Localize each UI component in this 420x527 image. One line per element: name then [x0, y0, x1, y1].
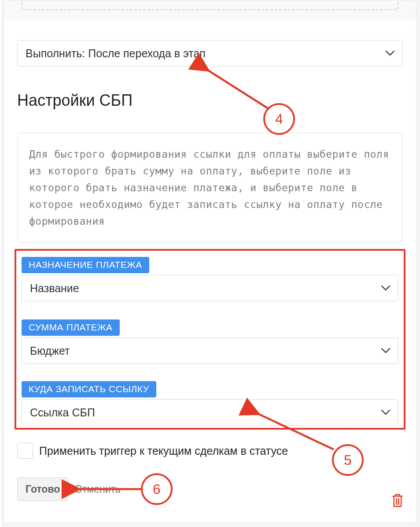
execute-when-select[interactable]: Выполнить: После перехода в этап [17, 40, 403, 67]
callout-4: 4 [263, 103, 295, 135]
target-value: Ссылка СБП [30, 406, 95, 419]
purpose-select[interactable]: Название [22, 275, 398, 301]
apply-trigger-row[interactable]: Применить триггер к текущим сделкам в ст… [17, 443, 288, 459]
drop-placeholder [22, 0, 398, 10]
apply-trigger-checkbox[interactable] [17, 443, 33, 459]
amount-value: Бюджет [30, 345, 70, 357]
amount-badge: СУММА ПЛАТЕЖА [22, 319, 120, 336]
help-text: Для быстрого формирования ссылки для опл… [29, 148, 389, 227]
chevron-down-icon [386, 51, 394, 56]
done-label: Готово [26, 483, 60, 495]
callout-6: 6 [141, 473, 173, 505]
callout-5: 5 [332, 444, 364, 476]
callout-box-5: НАЗНАЧЕНИЕ ПЛАТЕЖА Название СУММА ПЛАТЕЖ… [15, 249, 405, 430]
help-text-box: Для быстрого формирования ссылки для опл… [17, 133, 403, 243]
purpose-value: Название [30, 282, 79, 295]
chevron-down-icon [381, 286, 390, 291]
cancel-label: Отменить [74, 483, 121, 495]
callout-6-label: 6 [153, 481, 161, 497]
chevron-down-icon [381, 410, 390, 415]
settings-panel: Выполнить: После перехода в этап Настрой… [4, 0, 416, 523]
callout-5-label: 5 [344, 452, 352, 468]
amount-select[interactable]: Бюджет [22, 338, 398, 364]
cancel-button[interactable]: Отменить [74, 477, 121, 501]
execute-when-label: Выполнить: После перехода в этап [26, 47, 206, 60]
purpose-badge: НАЗНАЧЕНИЕ ПЛАТЕЖА [22, 257, 149, 273]
apply-trigger-label: Применить триггер к текущим сделкам в ст… [39, 445, 288, 457]
chevron-down-icon [381, 348, 390, 353]
section-title: Настройки СБП [17, 91, 133, 110]
target-select[interactable]: Ссылка СБП [22, 399, 398, 426]
callout-4-label: 4 [275, 111, 283, 127]
done-button[interactable]: Готово [17, 477, 68, 501]
trash-icon[interactable] [391, 493, 404, 507]
target-badge: КУДА ЗАПИСАТЬ ССЫЛКУ [22, 381, 156, 397]
